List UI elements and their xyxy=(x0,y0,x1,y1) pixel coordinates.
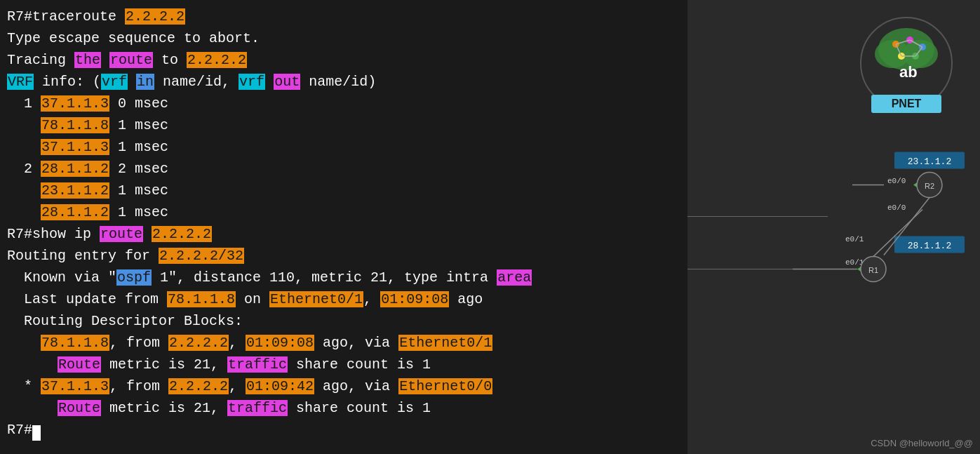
terminal-line-4: VRF info: (vrf in name/id, vrf out name/… xyxy=(7,71,680,93)
ip-2222-5: 2.2.2.2 xyxy=(168,378,229,394)
hl-ospf: ospf xyxy=(116,269,152,286)
ip-2222-3: 2.2.2.2 xyxy=(152,226,212,242)
right-panel: ab PNET 23.1.1.2 28.1.1.2 R2 xyxy=(687,0,980,454)
hl-vrf-2: vrf xyxy=(101,74,128,90)
ip-28112-1: 28.1.1.2 xyxy=(41,161,109,177)
ip-37113-1: 37.1.1.3 xyxy=(41,95,109,112)
svg-text:e0/0: e0/0 xyxy=(887,177,906,185)
terminal-line-9: 23.1.1.2 1 msec xyxy=(7,180,680,201)
network-diagram: 23.1.1.2 28.1.1.2 R2 e0/0 e0/0 e0/1 e0/1 xyxy=(687,140,980,454)
hl-the: the xyxy=(74,52,101,68)
hl-route-metric-2: Route xyxy=(58,400,101,416)
time-10942: 01:09:42 xyxy=(246,378,314,394)
svg-text:PNET: PNET xyxy=(892,98,922,109)
topology-svg: 23.1.1.2 28.1.1.2 R2 e0/0 e0/0 e0/1 e0/1 xyxy=(687,140,980,454)
hl-in: in xyxy=(136,74,154,90)
svg-text:R2: R2 xyxy=(925,182,934,190)
terminal-line-17: Route metric is 21, traffic share count … xyxy=(7,354,680,375)
terminal-line-20: R7# xyxy=(7,419,680,441)
terminal-line-2: Type escape sequence to abort. xyxy=(7,27,680,49)
svg-text:e0/0: e0/0 xyxy=(887,203,906,212)
terminal-line-10: 28.1.1.2 1 msec xyxy=(7,201,680,223)
intf-eth01-1: Ethernet0/1 xyxy=(269,291,363,307)
terminal-line-19: Route metric is 21, traffic share count … xyxy=(7,397,680,419)
ip-2222-2: 2.2.2.2 xyxy=(187,52,247,68)
ip-23112-1: 23.1.1.2 xyxy=(41,182,109,199)
ip-2222-4: 2.2.2.2 xyxy=(168,335,229,351)
terminal-line-16: 78.1.1.8, from 2.2.2.2, 01:09:08 ago, vi… xyxy=(7,332,680,354)
terminal-line-3: Tracing the route to 2.2.2.2 xyxy=(7,49,680,71)
svg-text:23.1.1.2: 23.1.1.2 xyxy=(908,156,951,167)
hl-route-2: route xyxy=(100,226,143,242)
terminal-line-1: R7#traceroute 2.2.2.2 xyxy=(7,6,680,27)
hl-vrf-3: vrf xyxy=(239,74,265,90)
hl-route-metric-1: Route xyxy=(58,356,101,373)
terminal-line-18: * 37.1.1.3, from 2.2.2.2, 01:09:42 ago, … xyxy=(7,375,680,397)
svg-text:ab: ab xyxy=(899,63,918,81)
terminal: R7#traceroute 2.2.2.2 Type escape sequen… xyxy=(0,0,687,454)
ip-78118-1: 78.1.1.8 xyxy=(41,117,109,133)
ip-37113-3: 37.1.1.3 xyxy=(41,378,109,394)
svg-text:28.1.1.2: 28.1.1.2 xyxy=(908,241,951,251)
hl-out: out xyxy=(274,74,300,90)
hl-vrf-1: VRF xyxy=(7,74,34,90)
terminal-cursor xyxy=(32,425,41,441)
terminal-line-12: Routing entry for 2.2.2.2/32 xyxy=(7,245,680,267)
ip-78118-3: 78.1.1.8 xyxy=(41,335,109,351)
terminal-line-11: R7#show ip route 2.2.2.2 xyxy=(7,223,680,245)
terminal-line-7: 37.1.1.3 1 msec xyxy=(7,136,680,158)
watermark: CSDN @helloworld_@@ xyxy=(871,438,973,448)
time-10908-2: 01:09:08 xyxy=(246,335,314,351)
terminal-line-15: Routing Descriptor Blocks: xyxy=(7,310,680,332)
terminal-line-5: 1 37.1.1.3 0 msec xyxy=(7,93,680,114)
hl-traffic-1: traffic xyxy=(227,356,288,373)
intf-eth01-2: Ethernet0/1 xyxy=(398,335,492,351)
ip-2222-32: 2.2.2.2/32 xyxy=(159,248,244,264)
intf-eth00: Ethernet0/0 xyxy=(398,378,492,394)
ip-78118-2: 78.1.1.8 xyxy=(167,291,236,307)
hl-area: area xyxy=(497,269,532,286)
terminal-line-13: Known via "ospf 1", distance 110, metric… xyxy=(7,267,680,288)
terminal-line-6: 78.1.1.8 1 msec xyxy=(7,114,680,136)
logo-svg: ab PNET xyxy=(847,11,966,130)
ip-37113-2: 37.1.1.3 xyxy=(41,139,109,155)
terminal-line-8: 2 28.1.1.2 2 msec xyxy=(7,158,680,180)
hl-traffic-2: traffic xyxy=(227,400,288,416)
ip-28112-2: 28.1.1.2 xyxy=(41,204,109,220)
time-10908-1: 01:09:08 xyxy=(380,291,449,307)
logo-area: ab PNET xyxy=(847,11,966,130)
svg-text:R1: R1 xyxy=(868,266,878,274)
text-r7traceroute: R7#traceroute xyxy=(7,8,125,25)
svg-text:e0/1: e0/1 xyxy=(845,235,864,243)
hl-route-1: route xyxy=(109,52,153,68)
terminal-line-14: Last update from 78.1.1.8 on Ethernet0/1… xyxy=(7,288,680,310)
ip-2222-1: 2.2.2.2 xyxy=(125,8,185,25)
